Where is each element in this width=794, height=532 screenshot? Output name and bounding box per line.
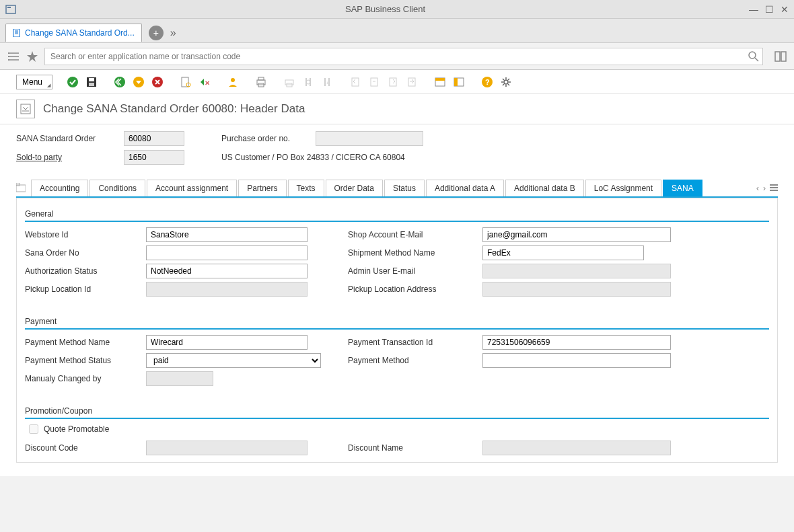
svg-point-17 (67, 77, 78, 87)
tab-status[interactable]: Status (384, 180, 425, 196)
payment-method-input[interactable] (482, 353, 671, 368)
svg-rect-52 (770, 190, 778, 191)
prev-page-icon[interactable] (368, 76, 380, 88)
maximize-button[interactable]: ☐ (765, 4, 774, 15)
payment-method-name-label: Payment Method Name (25, 338, 146, 347)
find-icon[interactable] (302, 76, 314, 88)
first-page-icon[interactable] (349, 76, 361, 88)
accept-icon[interactable] (67, 76, 79, 88)
payment-transaction-label: Payment Transaction Id (348, 338, 482, 347)
section-promo: Promotion/Coupon Quote Promotable Discou… (25, 406, 769, 455)
tab-loc-assignment[interactable]: LoC Assignment (585, 180, 661, 196)
payment-method-name-input[interactable] (146, 335, 308, 350)
soldto-input[interactable] (124, 150, 184, 165)
reject-icon[interactable]: ✕ (199, 76, 211, 88)
tab-additional-b[interactable]: Additional data B (505, 180, 584, 196)
discount-code-label: Discount Code (25, 443, 146, 453)
list-icon[interactable] (7, 50, 20, 63)
document-display-icon[interactable] (180, 76, 192, 88)
tab-texts[interactable]: Texts (288, 180, 324, 196)
order-number-input[interactable] (124, 131, 184, 146)
settings-icon[interactable] (500, 76, 512, 88)
tab-sana[interactable]: SANA (663, 180, 702, 196)
svg-point-9 (8, 52, 9, 54)
payment-status-select[interactable]: paid (146, 353, 321, 368)
tab-overflow-button[interactable]: » (170, 27, 176, 39)
layout1-icon[interactable] (434, 76, 446, 88)
split-view-icon[interactable] (774, 50, 787, 63)
user-icon[interactable] (227, 76, 239, 88)
soldto-label[interactable]: Sold-to party (16, 153, 124, 162)
payment-transaction-input[interactable] (482, 335, 671, 350)
tab-next-icon[interactable]: › (763, 184, 766, 193)
pickup-addr-input (482, 282, 671, 297)
tab-panel: General Webstore Id Shop Account E-Mail … (16, 198, 778, 463)
minimize-button[interactable]: — (749, 4, 758, 15)
next-page-icon[interactable] (387, 76, 399, 88)
help-icon[interactable]: ? (481, 76, 493, 88)
section-title-general: General (25, 209, 769, 222)
tab-partners[interactable]: Partners (238, 180, 286, 196)
header-toggle-icon[interactable] (16, 100, 35, 118)
svg-line-14 (755, 58, 758, 61)
sana-order-label: Sana Order No (25, 248, 146, 258)
auth-input[interactable] (146, 264, 308, 278)
cancel-icon[interactable] (151, 76, 164, 88)
svg-rect-2 (13, 29, 20, 37)
tab-additional-a[interactable]: Additional data A (426, 180, 504, 196)
tab-conditions[interactable]: Conditions (89, 180, 145, 196)
titlebar: SAP Business Client — ☐ ✕ (0, 0, 794, 19)
order-type-label: SANA Standard Order (16, 134, 124, 143)
document-tab[interactable]: Change SANA Standard Ord... (5, 24, 142, 42)
window-title: SAP Business Client (22, 4, 749, 14)
shipment-label: Shipment Method Name (348, 248, 482, 258)
favorite-icon[interactable] (26, 50, 39, 63)
shop-email-label: Shop Account E-Mail (348, 230, 482, 239)
exit-icon[interactable] (133, 76, 145, 88)
svg-rect-51 (770, 187, 778, 188)
back-icon[interactable] (114, 76, 126, 88)
page-header: Change SANA Standard Order 60080: Header… (0, 94, 794, 124)
admin-email-input (482, 264, 671, 278)
find-next-icon[interactable]: + (321, 76, 333, 88)
tab-accounting[interactable]: Accounting (31, 180, 88, 196)
svg-rect-42 (454, 78, 458, 86)
pickup-id-label: Pickup Location Id (25, 284, 146, 294)
soldto-text: US Customer / PO Box 24833 / CICERO CA 6… (221, 153, 405, 162)
header-fields: SANA Standard Order Purchase order no. S… (0, 124, 794, 180)
search-input[interactable] (44, 48, 763, 65)
new-tab-button[interactable]: + (149, 26, 164, 40)
pickup-addr-label: Pickup Location Address (348, 284, 482, 294)
page-title: Change SANA Standard Order 60080: Header… (43, 102, 305, 116)
webstore-input[interactable] (146, 227, 308, 242)
shipment-input[interactable] (482, 245, 644, 260)
svg-rect-19 (89, 78, 94, 81)
last-page-icon[interactable] (406, 76, 418, 88)
menu-button[interactable]: Menu (16, 75, 52, 89)
svg-point-10 (8, 56, 9, 57)
document-tab-label: Change SANA Standard Ord... (25, 28, 135, 38)
svg-text:✕: ✕ (205, 79, 210, 87)
tab-account-assignment[interactable]: Account assignment (147, 180, 237, 196)
section-title-payment: Payment (25, 317, 769, 330)
svg-rect-1 (7, 7, 11, 8)
svg-rect-40 (435, 78, 445, 81)
sana-order-input[interactable] (146, 245, 308, 260)
svg-point-13 (749, 52, 756, 59)
tab-order-data[interactable]: Order Data (326, 180, 383, 196)
svg-rect-36 (371, 78, 377, 86)
svg-rect-35 (352, 78, 359, 86)
shop-email-input[interactable] (482, 227, 671, 242)
print-icon[interactable] (255, 76, 267, 88)
section-payment: Payment Payment Method Name Payment Tran… (25, 317, 769, 386)
document-icon (13, 29, 21, 37)
save-icon[interactable] (85, 76, 98, 88)
search-icon[interactable] (748, 51, 759, 62)
close-button[interactable]: ✕ (781, 4, 789, 15)
layout2-icon[interactable] (453, 76, 465, 88)
quote-promotable-label: Quote Promotable (44, 424, 109, 434)
po-input[interactable] (316, 131, 423, 146)
tab-list-icon[interactable] (770, 184, 778, 193)
tab-prev-icon[interactable]: ‹ (756, 184, 759, 193)
print-preview-icon[interactable] (283, 76, 295, 88)
